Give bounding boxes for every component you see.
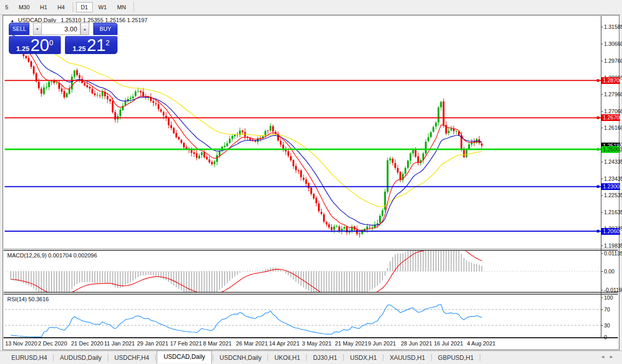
chart-tab-usdx[interactable]: USDX,H1: [345, 352, 382, 363]
price-tick-label: 1.26160: [604, 125, 622, 131]
rsi-tick-label: 0: [604, 334, 607, 340]
chart-tab-usdchf[interactable]: USDCHF,H4: [109, 352, 154, 363]
rsi-tick-mark: [601, 325, 603, 326]
price-badge: 1.28700: [601, 77, 620, 84]
price-tick-label: 1.21635: [604, 209, 622, 215]
macd-tick-label: -0.01190: [604, 287, 622, 293]
rsi-tick-label: 30: [604, 322, 610, 328]
time-axis-label: 9 Jun 2021: [368, 340, 396, 346]
rsi-tick-label: 70: [604, 306, 610, 313]
price-badge: 1.25003: [601, 146, 620, 153]
tab-separator: [383, 354, 383, 361]
sell-button[interactable]: SELL: [9, 23, 29, 35]
tab-separator: [343, 354, 344, 361]
volume-increase-button[interactable]: ▲: [80, 23, 89, 35]
price-tick-label: 1.30660: [604, 41, 622, 47]
one-click-trading-panel: SELL ▼ ▲ BUY 1.25200 1.25212: [9, 23, 117, 54]
price-tick-label: 1.19835: [604, 242, 622, 249]
sell-price-display[interactable]: 1.25200: [9, 36, 61, 54]
price-tick-mark: [601, 179, 603, 179]
sell-price-base: 1.25: [16, 44, 29, 53]
price-tick-mark: [601, 61, 603, 61]
macd-indicator-label: MACD(12,26,9) 0.001704 0.002096: [7, 252, 97, 258]
timeframe-button-w1[interactable]: W1: [94, 2, 112, 12]
timeframe-toolbar: 5M30H1H4D1W1MN: [0, 0, 622, 15]
price-tick-mark: [601, 162, 603, 162]
price-chart-canvas[interactable]: [5, 16, 601, 338]
volume-decrease-button[interactable]: ▼: [33, 23, 42, 35]
trading-terminal: 5M30H1H4D1W1MN ▲ USDCAD,Daily 1.25310 1.…: [0, 0, 622, 364]
rsi-tick-mark: [601, 309, 603, 310]
price-tick-label: 1.27060: [604, 108, 622, 114]
time-axis-border: [4, 337, 618, 338]
macd-tick-label: 0.00: [604, 268, 614, 274]
chart-tab-xauusd[interactable]: XAUUSD,H1: [384, 352, 430, 363]
time-axis-label: 29 Jan 2021: [137, 340, 169, 346]
chart-tab-ukoil[interactable]: UKOil,H1: [269, 352, 305, 363]
price-tick-label: 1.23435: [604, 176, 622, 182]
tab-separator: [53, 354, 54, 361]
price-tick-label: 1.22535: [604, 192, 622, 198]
chart-tab-eurusd[interactable]: EURUSD,H4: [6, 352, 52, 363]
tab-scroll-arrows[interactable]: ◄►: [600, 354, 618, 359]
volume-input[interactable]: [41, 23, 80, 35]
time-axis-label: 21 Dec 2020: [71, 340, 103, 346]
price-badge: 1.23003: [601, 183, 620, 190]
price-tick-label: 1.29760: [604, 58, 622, 64]
tab-separator: [213, 354, 213, 361]
price-tick-label: 1.24335: [604, 159, 622, 165]
time-axis-label: 16 Jul 2021: [434, 340, 463, 346]
time-axis-label: 11 Jan 2021: [104, 340, 135, 346]
price-tick-mark: [601, 195, 603, 196]
macd-tick-mark: [601, 271, 603, 272]
chart-tab-audusd[interactable]: AUDUSD,Daily: [55, 352, 107, 363]
sell-price-big: 20: [30, 38, 49, 53]
buy-price-base: 1.25: [73, 44, 86, 53]
timeframe-button-d1[interactable]: D1: [76, 2, 93, 12]
toolbar-separator: [133, 2, 134, 12]
price-tick-label: 1.31585: [604, 24, 622, 30]
timeframe-button-m30[interactable]: M30: [14, 2, 34, 12]
buy-price-display[interactable]: 1.25212: [65, 36, 117, 54]
toolbar-separator: [73, 2, 73, 12]
tab-separator: [480, 354, 480, 361]
tab-separator: [155, 354, 156, 361]
time-axis-label: 4 Aug 2021: [467, 340, 496, 346]
timeframe-button-h4[interactable]: H4: [53, 2, 70, 12]
price-tick-mark: [601, 27, 603, 27]
tab-separator: [267, 354, 268, 361]
tab-separator: [431, 354, 432, 361]
buy-price-big: 21: [87, 38, 106, 53]
time-axis-label: 26 Mar 2021: [236, 340, 268, 346]
chart-tab-bar: EURUSD,H4AUDUSD,DailyUSDCHF,H4USDCAD,Dai…: [0, 351, 622, 364]
chart-tab-usdcad[interactable]: USDCAD,Daily: [157, 351, 212, 363]
timeframe-button-h1[interactable]: H1: [36, 2, 52, 12]
price-axis-border: [601, 16, 601, 337]
buy-button[interactable]: BUY: [93, 23, 117, 35]
timeframe-button-5[interactable]: 5: [1, 2, 13, 12]
buy-price-sup: 2: [106, 40, 110, 46]
time-axis-label: 14 Apr 2021: [269, 340, 299, 346]
time-axis-label: 2 Dec 2020: [38, 340, 67, 346]
price-tick-mark: [601, 212, 603, 213]
time-axis-label: 28 Jun 2021: [401, 340, 432, 346]
time-axis-label: 21 May 2021: [335, 340, 368, 346]
pane-splitter-macd[interactable]: [4, 249, 618, 251]
price-tick-mark: [601, 111, 603, 112]
pane-splitter-rsi[interactable]: [4, 292, 618, 294]
price-tick-mark: [601, 128, 603, 128]
time-axis-label: 13 Nov 2020: [5, 340, 37, 346]
macd-tick-label: 0.01135: [604, 250, 622, 256]
price-badge: 1.26700: [601, 114, 620, 121]
timeframe-button-mn[interactable]: MN: [112, 2, 130, 12]
chart-tab-gbpusd[interactable]: GBPUSD,H1: [433, 352, 479, 363]
rsi-tick-mark: [601, 337, 603, 338]
chart-tab-dj30[interactable]: DJ30,H1: [308, 352, 342, 363]
rsi-tick-mark: [601, 298, 603, 298]
macd-tick-mark: [601, 253, 603, 254]
tab-separator: [306, 354, 307, 361]
time-axis-label: 17 Feb 2021: [170, 340, 202, 346]
chart-tab-usdcnh[interactable]: USDCNH,Daily: [214, 352, 266, 363]
tab-separator: [108, 354, 108, 361]
rsi-indicator-label: RSI(14) 50.3616: [7, 296, 49, 302]
